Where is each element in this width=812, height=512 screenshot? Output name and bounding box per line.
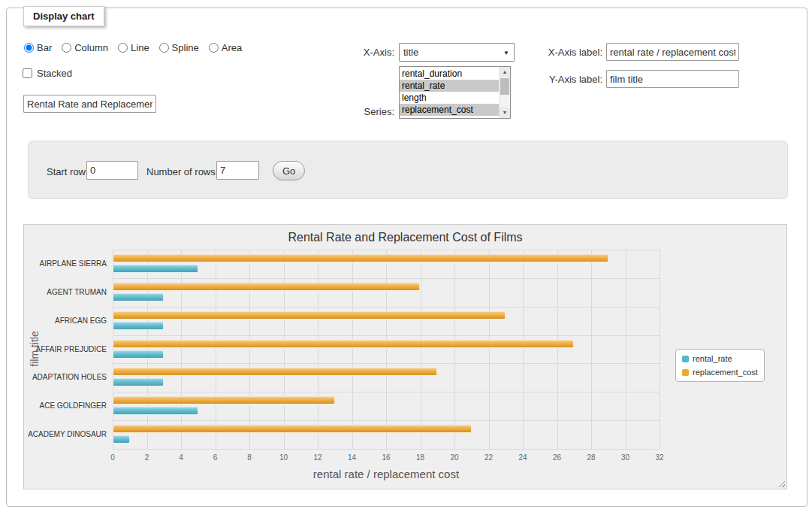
chart-title-input[interactable]	[23, 95, 156, 113]
legend-item[interactable]: replacement_cost	[682, 368, 758, 377]
chart-bar[interactable]	[113, 407, 198, 415]
panel-legend: Display chart	[23, 6, 104, 26]
x-tick-label: 18	[409, 453, 432, 462]
stacked-checkbox[interactable]	[23, 68, 32, 78]
y-axis-title: film title	[29, 331, 41, 366]
chart-bar[interactable]	[113, 425, 472, 433]
scrollbar-down-icon[interactable]: ▼	[500, 108, 510, 118]
x-axis-selected-value: title	[403, 47, 418, 58]
x-tick-label: 30	[614, 453, 637, 462]
x-gridline	[523, 250, 524, 449]
x-gridline	[318, 250, 318, 449]
x-tick-label: 12	[306, 453, 329, 462]
chart-type-label: Line	[131, 42, 149, 53]
chart-bar[interactable]	[113, 378, 164, 386]
legend-item[interactable]: rental_rate	[682, 354, 758, 363]
chart-type-radio[interactable]	[159, 43, 169, 53]
stacked-option[interactable]: Stacked	[23, 68, 72, 79]
x-gridline	[249, 250, 250, 449]
chart-title: Rental Rate and Replacement Cost of Film…	[24, 231, 786, 244]
chart-type-radio[interactable]	[24, 43, 34, 53]
y-gridline	[113, 363, 660, 364]
chart-type-label: Bar	[37, 42, 52, 53]
y-gridline	[113, 250, 660, 250]
x-tick-label: 8	[238, 453, 261, 462]
x-gridline	[181, 250, 182, 449]
rows-panel: Start row: Number of rows: Go	[28, 141, 788, 199]
x-axis-title: rental rate / replacement cost	[113, 468, 660, 480]
x-gridline	[454, 250, 455, 449]
x-gridline	[660, 250, 660, 449]
series-option[interactable]: length	[400, 92, 499, 104]
x-tick-label: 0	[101, 453, 124, 462]
plot-area: rental rate / replacement cost 024681012…	[113, 250, 660, 450]
x-tick-label: 16	[375, 453, 397, 462]
y-gridline	[113, 392, 660, 392]
chart-bar[interactable]	[113, 254, 608, 262]
chart-type-radio[interactable]	[209, 43, 219, 53]
x-gridline	[386, 250, 387, 449]
chart-type-option-area[interactable]: Area	[209, 42, 242, 53]
chart-bar[interactable]	[113, 340, 574, 348]
chart-type-option-column[interactable]: Column	[62, 42, 108, 53]
x-gridline	[489, 250, 490, 449]
x-tick-label: 32	[648, 453, 671, 462]
start-row-label: Start row:	[47, 162, 89, 181]
x-tick-label: 26	[546, 453, 569, 462]
chart-type-radio[interactable]	[118, 43, 128, 53]
chart-type-option-spline[interactable]: Spline	[159, 42, 199, 53]
chart-bar[interactable]	[113, 435, 130, 444]
x-tick-label: 22	[478, 453, 500, 462]
x-gridline	[113, 250, 113, 449]
go-button[interactable]: Go	[273, 161, 305, 180]
x-axis-select-label: X-Axis:	[247, 43, 394, 62]
chart-type-option-line[interactable]: Line	[118, 42, 149, 53]
chart-type-radio[interactable]	[62, 43, 71, 53]
chart-bar[interactable]	[113, 293, 164, 301]
x-tick-label: 4	[170, 453, 192, 462]
chart-bar[interactable]	[113, 322, 164, 330]
x-axis-label-input[interactable]	[606, 43, 739, 61]
x-gridline	[421, 250, 421, 449]
chart-bar[interactable]	[113, 350, 164, 359]
chart-type-group: BarColumnLineSplineArea	[24, 42, 242, 53]
x-gridline	[557, 250, 558, 449]
x-gridline	[352, 250, 353, 449]
x-gridline	[147, 250, 148, 449]
x-axis-field-label: X-Axis label:	[456, 43, 602, 62]
y-gridline	[113, 278, 660, 279]
chart-bar[interactable]	[113, 283, 420, 291]
y-axis-field-label: Y-Axis label:	[456, 70, 602, 89]
y-gridline	[113, 420, 660, 421]
y-gridline	[113, 335, 660, 336]
display-chart-panel: Display chart BarColumnLineSplineArea St…	[6, 8, 807, 507]
chart-container: Rental Rate and Replacement Cost of Film…	[23, 224, 787, 489]
x-gridline	[284, 250, 285, 449]
chart-type-label: Area	[222, 42, 242, 53]
start-row-input[interactable]	[86, 161, 138, 180]
series-option[interactable]: replacement_cost	[400, 104, 499, 116]
category-label: ADAPTATION HOLES	[27, 373, 107, 381]
chart-bar[interactable]	[113, 396, 335, 404]
category-label: ACE GOLDFINGER	[27, 401, 107, 410]
x-tick-label: 10	[273, 453, 295, 462]
chart-bar[interactable]	[113, 368, 437, 376]
x-tick-label: 24	[512, 453, 534, 462]
y-axis-label-input[interactable]	[606, 70, 739, 88]
y-gridline	[113, 307, 660, 308]
num-rows-label: Number of rows:	[146, 162, 218, 181]
num-rows-input[interactable]	[216, 161, 259, 180]
legend-label: rental_rate	[693, 354, 732, 363]
chart-bar[interactable]	[113, 265, 198, 273]
x-tick-label: 6	[204, 453, 227, 462]
category-label: ACADEMY DINOSAUR	[27, 430, 107, 438]
chart-type-label: Column	[74, 42, 108, 53]
y-gridline	[113, 449, 660, 450]
resize-handle-icon[interactable]	[777, 479, 785, 487]
x-gridline	[216, 250, 216, 449]
chart-type-option-bar[interactable]: Bar	[24, 42, 52, 53]
chart-bar[interactable]	[113, 311, 506, 320]
chart-legend: rental_ratereplacement_cost	[675, 349, 765, 382]
legend-swatch	[682, 369, 689, 376]
category-label: AIRPLANE SIERRA	[27, 259, 107, 268]
